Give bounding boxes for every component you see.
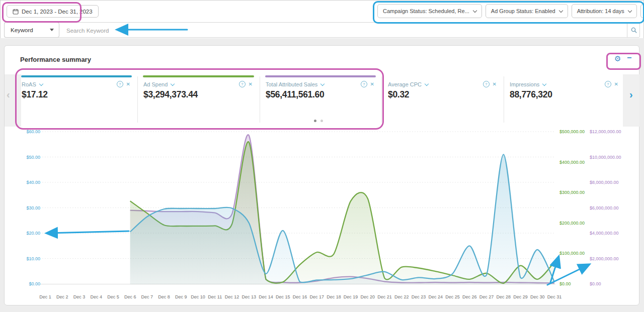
chevron-down-icon: [628, 8, 632, 12]
metric-accent-bar: [21, 75, 132, 77]
search-icon: [630, 27, 637, 34]
search-button[interactable]: [627, 23, 640, 37]
metric-value: $56,411,561.60: [266, 89, 324, 100]
chevron-down-icon[interactable]: [171, 81, 175, 85]
card-divider: [137, 76, 138, 123]
metric-card-ad-spend: Ad Spend ?✕ $3,294,373.44: [143, 74, 254, 126]
cards-right-gutter: [623, 74, 639, 127]
close-icon[interactable]: ✕: [126, 81, 130, 87]
carousel-dot[interactable]: [320, 120, 323, 122]
chevron-down-icon: [558, 8, 562, 12]
ad-group-status-label: Ad Group Status: Enabled: [491, 8, 555, 14]
filter-bar: Campaign Status: Scheduled, Re... Ad Gro…: [377, 4, 644, 18]
metric-label[interactable]: Ad Spend: [143, 81, 168, 87]
gear-icon[interactable]: ⚙: [614, 55, 621, 62]
question-icon[interactable]: ?: [361, 81, 367, 87]
card-divider: [504, 76, 504, 123]
metric-label[interactable]: RoAS: [22, 81, 36, 87]
dashboard-page: Dec 1, 2023 - Dec 31, 2023 Campaign Stat…: [0, 0, 644, 312]
attribution-label: Attribution: 14 days: [577, 8, 624, 14]
ad-group-status-filter[interactable]: Ad Group Status: Enabled: [486, 4, 568, 18]
metric-accent-bar: [143, 75, 254, 77]
close-icon[interactable]: ✕: [370, 81, 374, 87]
metric-accent-bar: [265, 75, 376, 77]
card-divider: [381, 76, 382, 123]
carousel-left-arrow[interactable]: ‹: [7, 89, 10, 99]
cards-left-gutter: [5, 74, 21, 127]
chevron-down-icon: [473, 8, 477, 12]
metric-value: 88,776,320: [510, 89, 552, 100]
all-filters-button[interactable]: All filters: [640, 4, 644, 18]
search-type-value: Keyword: [11, 27, 33, 33]
panel-title: Performance summary: [20, 56, 91, 63]
carousel-dot-active[interactable]: [314, 120, 316, 122]
chevron-down-icon[interactable]: [542, 81, 546, 85]
carousel-right-arrow[interactable]: ›: [629, 89, 633, 99]
metric-card-impressions: Impressions ?✕ 88,776,320: [509, 74, 620, 126]
collapse-minus-icon[interactable]: −: [627, 54, 631, 62]
caret-down-icon: [50, 29, 54, 31]
calendar-icon: [13, 9, 19, 15]
metric-card-total-attributed-sales: Total Attributed Sales ?✕ $56,411,561.60: [265, 74, 376, 126]
metric-value: $17.12: [22, 89, 48, 100]
metric-label[interactable]: Impressions: [510, 81, 539, 87]
question-icon[interactable]: ?: [239, 81, 246, 87]
question-icon[interactable]: ?: [483, 81, 490, 87]
chevron-down-icon[interactable]: [320, 81, 325, 85]
metric-value: $0.32: [388, 89, 409, 100]
metric-label[interactable]: Total Attributed Sales: [266, 81, 317, 87]
search-input[interactable]: [65, 23, 500, 38]
metric-card-roas: RoAS ?✕ $17.12: [21, 74, 132, 126]
chevron-down-icon[interactable]: [425, 81, 429, 85]
close-icon[interactable]: ✕: [493, 81, 497, 87]
chevron-down-icon[interactable]: [39, 81, 43, 85]
metric-value: $3,294,373.44: [143, 89, 198, 100]
campaign-status-label: Campaign Status: Scheduled, Re...: [383, 8, 469, 14]
search-type-select[interactable]: Keyword: [4, 22, 59, 38]
question-icon[interactable]: ?: [117, 81, 123, 87]
close-icon[interactable]: ✕: [249, 81, 253, 87]
metric-label[interactable]: Average CPC: [388, 81, 422, 87]
attribution-filter[interactable]: Attribution: 14 days: [572, 4, 637, 18]
close-icon[interactable]: ✕: [614, 81, 618, 87]
date-range-picker[interactable]: Dec 1, 2023 - Dec 31, 2023: [7, 5, 99, 18]
question-icon[interactable]: ?: [605, 81, 611, 87]
metric-card-average-cpc: Average CPC ?✕ $0.32: [387, 74, 498, 126]
campaign-status-filter[interactable]: Campaign Status: Scheduled, Re...: [377, 4, 482, 18]
card-divider: [260, 76, 260, 123]
date-range-label: Dec 1, 2023 - Dec 31, 2023: [22, 9, 93, 15]
